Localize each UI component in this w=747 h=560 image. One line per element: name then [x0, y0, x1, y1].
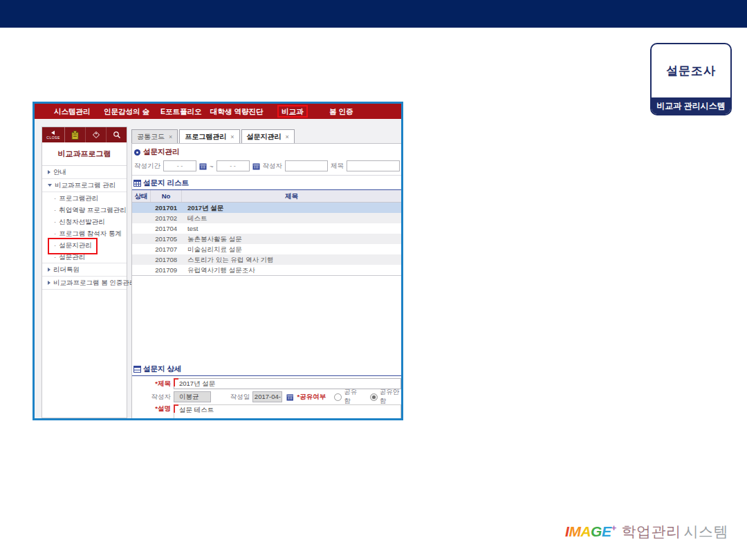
sidebar-close-label: CLOSE — [46, 136, 59, 140]
period-label: 작성기간 — [134, 162, 160, 171]
tab-close-icon[interactable]: × — [169, 131, 172, 143]
date-from-input[interactable]: - - — [163, 160, 196, 171]
table-header: 상태 No 제목 — [132, 190, 401, 203]
radio-share-no-label[interactable]: 공유안함 — [380, 388, 401, 406]
logo-text-primary: 학업관리 — [622, 522, 681, 541]
badge-title: 설문조사 — [652, 44, 730, 97]
tab-survey-mgmt[interactable]: 설문지관리 × — [241, 129, 295, 143]
logo-text-secondary: 시스템 — [684, 522, 729, 541]
column-header-title: 제목 — [182, 190, 401, 202]
calendar-icon[interactable] — [286, 393, 293, 401]
main-panel: 설문지관리 작성기간 - - ~ - - 작성자 제 — [131, 143, 401, 418]
detail-date-label: 작성일 — [211, 393, 250, 402]
table-row[interactable]: 201705 농촌봉사활동 설문 — [132, 234, 401, 244]
detail-section-title: 설문지 상세 — [132, 362, 401, 376]
clipboard-button[interactable] — [65, 127, 86, 142]
table-row[interactable]: 201708 스토리가 있는 유럽 역사 기행 — [132, 254, 401, 265]
sidebar-item-applicant-selection[interactable]: · 신청자선발관리 — [42, 216, 127, 227]
detail-author-label: 작성자 — [132, 393, 171, 402]
title-input[interactable] — [347, 160, 400, 171]
menu-item-eportfolio[interactable]: E포트폴리오 — [160, 104, 202, 119]
sidebar-close-button[interactable]: CLOSE — [42, 127, 65, 142]
sidebar-item-program-mgmt-group[interactable]: 비교과프로그램 관리 — [42, 179, 127, 192]
tab-program-mgmt[interactable]: 프로그램관리 × — [179, 129, 239, 143]
sidebar: CLOSE — [42, 127, 127, 418]
footer-logo: IMAGE+ 학업관리 시스템 — [565, 522, 728, 541]
sidebar-item-program-mgmt[interactable]: · 프로그램관리 — [42, 192, 127, 204]
detail-share-label: *공유여부 — [297, 393, 326, 402]
bullet-circle-icon — [134, 149, 140, 156]
bullet-icon: · — [54, 204, 56, 216]
menu-item-humanities[interactable]: 인문감성의 숲 — [104, 104, 149, 119]
table-row[interactable]: 201709 유럽역사기행 설문조사 — [132, 265, 401, 276]
tag-icon — [92, 131, 100, 139]
menu-item-competency[interactable]: 대학생 역량진단 — [210, 104, 263, 119]
bullet-icon: · — [54, 192, 56, 204]
detail-date-input[interactable]: 2017-04-05 — [252, 391, 282, 402]
required-mark — [174, 378, 178, 386]
app-menubar: 시스템관리 인문감성의 숲 E포트폴리오 대학생 역량진단 비교과 봄 인증 — [35, 104, 401, 119]
chevron-right-icon — [48, 170, 50, 174]
detail-section: 설문지 상세 *제목 2017년 설문 작성자 이봉균 작성일 2017-04-… — [132, 362, 401, 416]
clipboard-icon — [71, 131, 79, 140]
sidebar-item-bom-cert-mgmt[interactable]: 비교과프로그램 봄 인증관리 — [42, 277, 127, 290]
grid-icon — [133, 366, 141, 373]
author-label: 작성자 — [263, 162, 283, 171]
detail-author-input: 이봉균 — [174, 391, 211, 402]
tab-bar: 공통코드 × 프로그램관리 × 설문지관리 × — [131, 129, 401, 144]
search-button[interactable] — [107, 127, 127, 142]
search-filter-bar: 작성기간 - - ~ - - 작성자 제목 — [132, 159, 401, 176]
detail-desc-row: *설명 설문 테스트 — [132, 404, 401, 416]
list-section-title: 설문지 리스트 — [132, 176, 401, 190]
detail-meta-row: 작성자 이봉균 작성일 2017-04-05 *공유여부 공유함 — [132, 391, 401, 402]
column-header-no: No — [151, 190, 182, 202]
required-mark — [174, 404, 178, 413]
sidebar-item-employment-program[interactable]: · 취업역량 프로그램관리 — [42, 204, 127, 216]
search-icon — [113, 131, 121, 139]
tag-button[interactable] — [86, 127, 107, 142]
chevron-right-icon — [48, 268, 50, 272]
bullet-icon: · — [54, 216, 56, 227]
sidebar-item-leader[interactable]: 리더특원 — [42, 263, 127, 277]
range-separator: ~ — [210, 162, 214, 170]
sidebar-toolbar: CLOSE — [42, 127, 127, 142]
calendar-icon[interactable] — [199, 162, 207, 170]
detail-desc-textarea[interactable]: 설문 테스트 — [174, 404, 401, 420]
slide: 설문조사 비교과 관리시스템 시스템관리 인문감성의 숲 E포트폴리오 대학생 … — [0, 0, 747, 560]
column-header-status: 상태 — [132, 190, 151, 202]
menu-item-system-admin[interactable]: 시스템관리 — [54, 104, 91, 119]
app-screenshot: 시스템관리 인문감성의 숲 E포트폴리오 대학생 역량진단 비교과 봄 인증 C… — [33, 102, 403, 420]
bullet-icon: · — [54, 251, 56, 263]
author-input[interactable] — [285, 160, 328, 171]
menu-item-extracurricular[interactable]: 비교과 — [277, 105, 308, 118]
radio-share-yes-label[interactable]: 공유함 — [344, 388, 360, 406]
radio-share-no[interactable] — [370, 393, 378, 401]
sidebar-menu: 안내 비교과프로그램 관리 · 프로그램관리 · 취업역량 프로그램관리 · 신… — [42, 166, 127, 290]
detail-title-row: *제목 2017년 설문 — [132, 378, 401, 389]
page-title: 설문지관리 — [132, 144, 401, 159]
table-row[interactable]: 201704 test — [132, 223, 401, 234]
left-arrow-icon — [50, 131, 56, 135]
badge-subtitle: 비교과 관리시스템 — [652, 97, 730, 114]
survey-badge: 설문조사 비교과 관리시스템 — [650, 43, 732, 115]
detail-desc-label: *설명 — [132, 404, 171, 413]
tab-close-icon[interactable]: × — [286, 131, 289, 143]
chevron-down-icon — [48, 184, 52, 187]
radio-share-yes[interactable] — [334, 393, 342, 401]
calendar-icon[interactable] — [252, 162, 260, 170]
detail-title-input[interactable]: 2017년 설문 — [174, 378, 401, 389]
tab-close-icon[interactable]: × — [230, 131, 234, 143]
table-row[interactable]: 201707 미술심리치료 설문 — [132, 244, 401, 254]
grid-icon — [133, 180, 141, 187]
sidebar-item-guide[interactable]: 안내 — [42, 166, 127, 179]
sidebar-title: 비교과프로그램 — [42, 142, 127, 166]
date-to-input[interactable]: - - — [216, 160, 250, 171]
table-row[interactable]: 201702 테스트 — [132, 213, 401, 223]
image-plus-logo: IMAGE+ — [565, 523, 616, 540]
title-label: 제목 — [331, 162, 344, 171]
sidebar-item-survey-mgmt[interactable]: · 설문지관리 — [42, 239, 127, 251]
tab-common-code[interactable]: 공통코드 × — [131, 129, 178, 143]
menu-item-bom-cert[interactable]: 봄 인증 — [329, 104, 353, 119]
sidebar-item-question-mgmt[interactable]: · 설문관리 — [42, 251, 127, 263]
table-row[interactable]: 201701 2017년 설문 — [132, 203, 401, 213]
